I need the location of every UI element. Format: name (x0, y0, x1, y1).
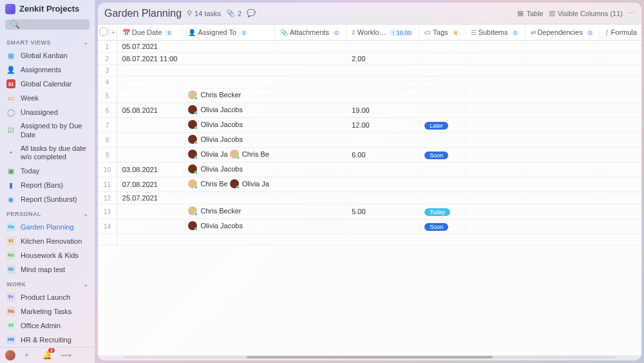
cell-due-date[interactable] (117, 219, 183, 234)
assignee-chip[interactable]: Olivia Ja (188, 150, 227, 159)
cell-subitems[interactable] (465, 162, 525, 177)
cell-tags[interactable]: Today (419, 204, 465, 219)
cell-workload[interactable] (346, 133, 419, 148)
table-row[interactable]: 13Chris Becker 5.00Today (98, 204, 641, 219)
cell-dependencies[interactable] (525, 133, 600, 148)
personal-header[interactable]: PERSONAL ⌄ (0, 206, 95, 220)
cell-attachments[interactable] (274, 53, 346, 65)
cell-dependencies[interactable] (525, 41, 600, 53)
cell-due-date[interactable] (117, 118, 183, 133)
cell-formula[interactable] (600, 77, 641, 88)
activity-icon[interactable]: ⟿ (61, 351, 70, 360)
column-header-sub[interactable]: ☰Subitems 0 (465, 25, 525, 41)
cell-dependencies[interactable] (525, 219, 600, 234)
cell-formula[interactable] (600, 133, 641, 148)
filter-tasks[interactable]: ⚲ 14 tasks (187, 9, 221, 17)
sidebar-item[interactable]: MiMind map test (0, 262, 95, 277)
cell-due-date[interactable] (117, 204, 183, 219)
sidebar-item[interactable]: GaGarden Planning (0, 220, 95, 234)
sidebar-item[interactable]: ◯Unassigned (0, 105, 95, 119)
horizontal-scrollbar[interactable] (98, 355, 641, 360)
cell-assigned[interactable]: Olivia Ja Chris Be (183, 148, 274, 162)
assignee-chip[interactable]: Chris Becker (188, 90, 241, 99)
tag-pill[interactable]: Today (424, 208, 450, 216)
cell-assigned[interactable] (183, 41, 274, 53)
more-menu[interactable]: ⋯ (628, 9, 635, 17)
table-row[interactable]: 3 (98, 65, 641, 77)
table-row[interactable]: 14Olivia Jacobs Soon (98, 219, 641, 234)
cell-dependencies[interactable] (525, 204, 600, 219)
cell-subitems[interactable] (465, 148, 525, 162)
table-row[interactable]: 7Olivia Jacobs 12.00Later (98, 118, 641, 133)
cell-assigned[interactable]: Chris Becker (183, 204, 274, 219)
cell-due-date[interactable] (117, 65, 183, 77)
table-row[interactable]: 105.07.2021 (98, 41, 641, 53)
cell-tags[interactable]: Soon (419, 148, 465, 162)
cell-dependencies[interactable] (525, 65, 600, 77)
table-row[interactable]: 208.07.2021 11:002.00 (98, 53, 641, 65)
cell-dependencies[interactable] (525, 103, 600, 118)
cell-formula[interactable] (600, 204, 641, 219)
cell-assigned[interactable]: Olivia Jacobs (183, 103, 274, 118)
sidebar-item[interactable]: MaMarketing Tasks (0, 304, 95, 319)
cell-assigned[interactable] (183, 192, 274, 204)
cell-attachments[interactable] (274, 219, 346, 234)
cell-due-date[interactable] (117, 133, 183, 148)
cell-dependencies[interactable] (525, 77, 600, 88)
assignee-chip[interactable]: Olivia Jacobs (188, 105, 242, 114)
cell-workload[interactable] (346, 192, 419, 204)
cell-formula[interactable] (600, 88, 641, 103)
cell-assigned[interactable] (183, 77, 274, 88)
cell-subitems[interactable] (465, 53, 525, 65)
cell-dependencies[interactable] (525, 88, 600, 103)
sidebar-item[interactable]: ▦Global Kanban (0, 48, 95, 63)
cell-tags[interactable]: Later (419, 118, 465, 133)
sidebar-item[interactable]: ☑Assigned to by Due Date (0, 119, 95, 141)
comments-button[interactable]: 💬 (247, 9, 256, 17)
cell-workload[interactable] (346, 65, 419, 77)
cell-attachments[interactable] (274, 77, 346, 88)
cell-workload[interactable] (346, 162, 419, 177)
smart-views-header[interactable]: SMART VIEWS ⌄ (0, 35, 95, 48)
cell-attachments[interactable] (274, 177, 346, 192)
column-header-dep[interactable]: ⇄Dependencies 0 (525, 25, 600, 41)
cell-attachments[interactable] (274, 88, 346, 103)
sidebar-item[interactable]: ▭Week (0, 91, 95, 105)
cell-tags[interactable] (419, 41, 465, 53)
table-row[interactable]: 605.08.2021Olivia Jacobs 19.00 (98, 103, 641, 118)
cell-formula[interactable] (600, 103, 641, 118)
cell-due-date[interactable] (117, 148, 183, 162)
sidebar-item[interactable]: HoHousework & Kids (0, 248, 95, 262)
cell-attachments[interactable] (274, 192, 346, 204)
search-input[interactable]: 🔍 (5, 19, 90, 30)
cell-subitems[interactable] (465, 219, 525, 234)
cell-formula[interactable] (600, 177, 641, 192)
cell-tags[interactable] (419, 65, 465, 77)
cell-tags[interactable] (419, 162, 465, 177)
cell-assigned[interactable]: Chris Becker (183, 88, 274, 103)
cell-subitems[interactable] (465, 133, 525, 148)
sidebar-item[interactable]: 👤Assignments (0, 63, 95, 77)
column-header-assigned[interactable]: 👤Assigned To 9 (183, 25, 274, 41)
cell-formula[interactable] (600, 148, 641, 162)
cell-workload[interactable] (346, 88, 419, 103)
assignee-chip[interactable]: Olivia Ja (230, 179, 269, 188)
cell-subitems[interactable] (465, 103, 525, 118)
cell-subitems[interactable] (465, 88, 525, 103)
cell-assigned[interactable]: Olivia Jacobs (183, 219, 274, 234)
cell-tags[interactable] (419, 177, 465, 192)
sidebar-item[interactable]: •All tasks by due date w/o completed (0, 142, 95, 164)
cell-workload[interactable]: 6.00 (346, 148, 419, 162)
column-header-tags[interactable]: 🏷Tags 4 (419, 25, 465, 41)
cell-attachments[interactable] (274, 103, 346, 118)
select-all-column[interactable] (98, 25, 110, 41)
assignee-chip[interactable]: Olivia Jacobs (188, 164, 242, 173)
sidebar-item[interactable]: HRHR & Recruiting (0, 333, 95, 347)
cell-formula[interactable] (600, 219, 641, 234)
cell-due-date[interactable]: 08.07.2021 11:00 (117, 53, 183, 65)
cell-subitems[interactable] (465, 177, 525, 192)
cell-due-date[interactable]: 07.08.2021 (117, 177, 183, 192)
cell-assigned[interactable]: Olivia Jacobs (183, 162, 274, 177)
assignee-chip[interactable]: Olivia Jacobs (188, 221, 242, 230)
visible-columns-button[interactable]: ▥ Visible Columns (11) (549, 9, 623, 17)
